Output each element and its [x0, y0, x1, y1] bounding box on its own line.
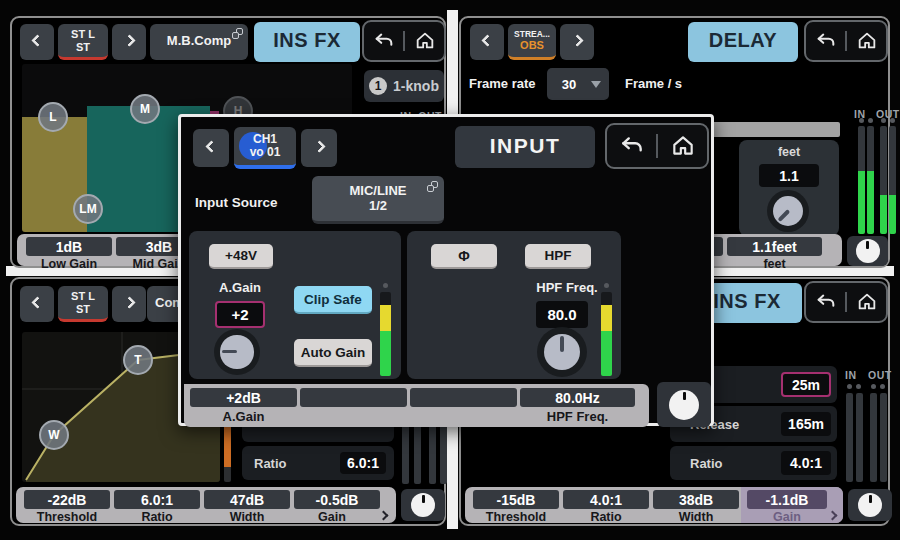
knob-pointer [560, 336, 564, 352]
threshold-handle[interactable]: T [123, 345, 153, 375]
param-cell-lowgain[interactable]: 1dB [26, 237, 112, 256]
more-params-icon[interactable] [379, 511, 389, 521]
page-title: INS FX [254, 22, 360, 62]
in-meter-l [846, 393, 853, 482]
next-channel-button[interactable] [112, 24, 146, 60]
gain-cell-selected[interactable]: -1.1dB Gain [741, 487, 843, 523]
home-button[interactable] [658, 125, 707, 167]
channel-select-button[interactable]: CH1 vo 01 [234, 127, 296, 169]
param-cell-again[interactable]: +2dB [190, 388, 297, 407]
home-icon [856, 291, 878, 313]
param-cell-width[interactable]: 47dB [204, 490, 290, 509]
delay-unit-label: feet [739, 145, 839, 159]
delay-knob[interactable] [767, 190, 809, 232]
in-meter-l [858, 126, 865, 234]
channel-name-line1: ST L [71, 28, 95, 40]
undo-button[interactable] [806, 283, 845, 321]
param-label-lowgain: Low Gain [26, 257, 112, 271]
home-button[interactable] [847, 22, 886, 60]
home-icon [414, 30, 436, 52]
channel-select-button[interactable]: ST L ST [58, 24, 108, 60]
home-icon [670, 133, 696, 159]
prev-channel-button[interactable] [20, 286, 54, 322]
ratio-label: Ratio [670, 456, 723, 471]
delay-value[interactable]: 1.1 [759, 164, 819, 187]
frame-rate-unit: Frame / s [625, 76, 682, 91]
phase-button[interactable]: Φ [431, 244, 497, 269]
chevron-left-icon [31, 296, 44, 309]
next-channel-button[interactable] [560, 24, 594, 60]
param-cell-2[interactable] [300, 388, 407, 407]
frame-rate-dropdown[interactable]: 30 [547, 68, 609, 100]
param-label-hpf: HPF Freq. [520, 409, 635, 424]
prev-channel-button[interactable] [193, 129, 229, 167]
home-icon [856, 30, 878, 52]
hpf-button[interactable]: HPF [525, 244, 591, 269]
width-handle[interactable]: W [39, 420, 69, 450]
channel-select-button[interactable]: STREA... OBS [508, 24, 556, 60]
undo-button[interactable] [607, 125, 656, 167]
analog-gain-knob[interactable] [214, 329, 260, 375]
nav-group [605, 123, 709, 169]
nav-group [362, 20, 446, 62]
param-cell-width[interactable]: 38dB [653, 490, 739, 509]
param-cell-threshold[interactable]: -22dB [24, 490, 110, 509]
undo-icon [619, 133, 645, 159]
mid-band-handle[interactable]: M [130, 94, 160, 124]
param-cell-threshold[interactable]: -15dB [473, 490, 559, 509]
hpf-freq-knob[interactable] [537, 327, 587, 377]
phantom-power-button[interactable]: +48V [209, 244, 273, 269]
home-button[interactable] [847, 283, 886, 321]
frame-rate-value: 30 [555, 77, 583, 92]
release-value[interactable]: 165m [781, 412, 831, 436]
touch-knob-button[interactable] [657, 382, 711, 427]
analog-gain-value[interactable]: +2 [215, 301, 265, 328]
auto-gain-button[interactable]: Auto Gain [294, 339, 372, 367]
param-cell-ratio[interactable]: 6.0:1 [114, 490, 200, 509]
param-cell-gain[interactable]: -0.5dB [294, 490, 380, 509]
ratio-value[interactable]: 4.0:1 [781, 451, 831, 475]
one-knob-label: 1-knob [393, 78, 439, 94]
chevron-right-icon [123, 34, 136, 47]
prev-channel-button[interactable] [470, 24, 504, 60]
attack-value[interactable]: 25m [781, 372, 831, 397]
undo-button[interactable] [806, 22, 845, 60]
home-button[interactable] [405, 22, 444, 60]
prev-channel-button[interactable] [20, 24, 54, 60]
fx-preset-button[interactable]: M.B.Comp [150, 24, 248, 60]
touch-knob-button[interactable] [401, 489, 445, 521]
next-channel-button[interactable] [112, 286, 146, 322]
channel-name-line2: OBS [520, 39, 544, 51]
param-cell-hpf[interactable]: 80.0Hz [520, 388, 635, 407]
param-cell-gain[interactable]: -1.1dB [747, 490, 827, 509]
touch-knob-button[interactable] [847, 236, 888, 266]
next-channel-button[interactable] [301, 129, 337, 167]
ratio-value[interactable]: 6.0:1 [340, 452, 386, 474]
channel-name-line1: ST L [71, 290, 95, 302]
low-band-handle[interactable]: L [38, 102, 68, 132]
param-cell-feet[interactable]: 1.1feet [727, 237, 822, 256]
param-label-gain: Gain [747, 510, 827, 524]
chevron-left-icon [481, 34, 494, 47]
mixer-screen: ST L ST M.B.Comp INS FX 1 1-knob GR IN O… [0, 0, 900, 540]
more-params-icon[interactable] [828, 511, 838, 521]
one-knob-button[interactable]: 1 1-knob [364, 70, 444, 102]
hpf-freq-value[interactable]: 80.0 [536, 301, 588, 328]
channel-select-button[interactable]: ST L ST [58, 286, 108, 322]
input-source-button[interactable]: MIC/LINE 1/2 [312, 176, 444, 224]
param-cell-ratio[interactable]: 4.0:1 [563, 490, 649, 509]
input-source-label: Input Source [195, 195, 278, 210]
out-meter-r [889, 126, 896, 234]
hpf-freq-label: HPF Freq. [522, 280, 612, 295]
param-label-feet: feet [727, 257, 822, 271]
channel-name-line2: vo 01 [250, 146, 281, 159]
peak-dot [881, 118, 886, 123]
touch-knob-button[interactable] [848, 489, 892, 521]
clip-safe-button[interactable]: Clip Safe [294, 286, 372, 314]
undo-button[interactable] [364, 22, 403, 60]
param-bar: -22dB 6.0:1 47dB -0.5dB Threshold Ratio … [16, 487, 396, 523]
in-meter-label: IN [845, 369, 857, 381]
param-cell-3[interactable] [410, 388, 517, 407]
knob-pointer [778, 210, 790, 222]
lowmid-crossover-handle[interactable]: LM [73, 194, 103, 224]
